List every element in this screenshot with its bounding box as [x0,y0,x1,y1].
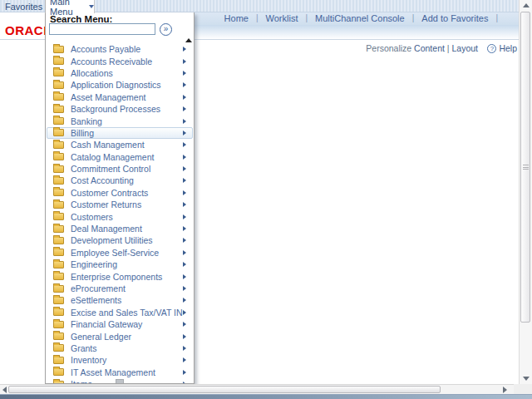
folder-icon [53,93,64,101]
menu-item-row[interactable]: Enterprise Components [47,270,193,282]
menu-item-row[interactable]: Financial Gateway [47,318,193,330]
chevron-right-icon [183,370,189,375]
menu-item-row[interactable]: Deal Management [47,223,193,234]
menu-item-label: Allocations [71,68,183,78]
chevron-right-icon [183,71,189,76]
menu-item-row[interactable]: eProcurement [47,283,193,294]
menu-item-label: IT Asset Management [71,367,183,377]
menu-item-label: eSettlements [71,295,183,305]
chevron-right-icon [183,119,189,124]
nav-link[interactable]: Worklist [266,13,298,23]
chevron-right-icon [183,334,189,339]
chevron-right-icon [183,59,189,64]
scrollbar-up-button[interactable] [520,0,532,11]
menu-item-row[interactable]: Background Processes [47,103,193,115]
menu-item-row[interactable]: Accounts Payable [47,43,193,55]
menu-item-label: Cash Management [71,140,183,150]
menu-search-input[interactable] [49,23,155,35]
menu-item-row[interactable]: Allocations [47,67,193,79]
folder-icon [53,321,64,328]
menu-item-row[interactable]: Employee Self-Service [47,247,193,259]
menu-item-row[interactable]: Catalog Management [47,151,193,163]
folder-icon [53,69,64,76]
menu-item-row[interactable]: Accounts Receivable [47,55,193,66]
menu-item-row[interactable]: Application Diagnostics [47,79,193,91]
folder-icon [53,249,64,256]
folder-icon [53,57,64,65]
nav-link-item: Add to Favorites | [421,13,505,23]
folder-icon [53,106,64,113]
menu-item-row[interactable]: Customers [47,210,193,222]
chevron-right-icon [183,155,189,160]
tab-main-menu[interactable]: Main Menu [45,0,95,13]
nav-divider: | [412,13,415,22]
scrollbar-down-button[interactable] [520,373,532,384]
menu-item-label: Engineering [71,259,183,269]
chevron-right-icon [183,142,189,147]
menu-item-row[interactable]: Development Utilities [47,234,193,246]
chevron-right-icon [183,310,189,315]
tab-favorites-label: Favorites [5,2,42,12]
horizontal-scrollbar[interactable] [0,384,514,394]
menu-item-row[interactable]: Cost Accounting [47,175,193,186]
menu-item-label: Catalog Management [71,152,183,162]
nav-link-item: MultiChannel Console | [315,13,421,23]
chevron-right-icon [183,250,189,255]
menu-scroll-up-icon[interactable] [185,35,192,42]
folder-icon [53,225,64,233]
menu-item-row[interactable]: Engineering [47,259,193,270]
chevron-right-icon [183,82,189,87]
menu-item-label: Deal Management [71,224,183,234]
menu-item-row[interactable]: Grants [47,342,193,354]
menu-item-label: Accounts Receivable [71,57,183,66]
menu-item-label: Customer Returns [71,200,183,209]
arrow-down-icon [523,377,530,384]
help-row: ? Help [487,43,517,53]
menu-item-row[interactable]: Excise and Sales Tax/VAT IND [47,307,193,318]
help-link[interactable]: Help [499,43,517,53]
menu-item-label: Commitment Control [71,164,183,174]
nav-link-item: Home | [224,13,266,23]
folder-icon [53,297,64,304]
menu-item-row[interactable]: Asset Management [47,91,193,103]
nav-link[interactable]: MultiChannel Console [315,13,405,23]
folder-icon [53,81,64,89]
menu-item-row[interactable]: eSettlements [47,294,193,306]
vertical-scrollbar[interactable] [519,0,532,384]
search-go-button[interactable]: » [160,23,172,36]
folder-icon [53,117,64,125]
personalize-content-link[interactable]: Content [414,43,445,53]
folder-icon [53,344,64,352]
top-nav-links: Home | Worklist | MultiChannel Console |… [195,11,505,25]
menu-item-label: Enterprise Components [71,272,183,282]
menu-item-label: Cost Accounting [71,175,183,185]
arrow-left-icon [0,387,7,393]
menu-item-row[interactable]: Customer Contracts [47,187,193,199]
menu-item-label: Asset Management [71,92,183,102]
menu-item-row[interactable]: Banking [47,115,193,126]
chevron-right-icon [183,238,189,243]
menu-item-row[interactable]: Billing [47,127,193,139]
nav-link[interactable]: Home [224,13,249,23]
menu-item-row[interactable]: IT Asset Management [47,367,193,378]
chevron-right-icon [183,286,189,291]
chevron-right-icon [183,178,189,183]
nav-link[interactable]: Add to Favorites [421,13,488,23]
menu-item-label: Grants [71,343,183,353]
menu-item-row[interactable]: Cash Management [47,139,193,150]
folder-icon [53,153,64,160]
folder-icon [53,308,64,316]
chevron-right-icon [183,166,189,171]
personalize-layout-link[interactable]: Layout [451,43,478,53]
menu-item-label: Background Processes [71,104,183,114]
chevron-right-icon [183,190,189,195]
menu-item-row[interactable]: General Ledger [47,330,193,342]
menu-item-row[interactable]: Inventory [47,354,193,366]
menu-item-label: Banking [71,116,183,126]
vertical-scrollbar-thumb[interactable] [520,12,530,323]
menu-item-label: Development Utilities [71,235,183,245]
menu-item-row[interactable]: Customer Returns [47,199,193,210]
horizontal-scrollbar-thumb[interactable] [8,386,441,393]
scrollbar-right-button[interactable] [499,385,510,394]
menu-item-row[interactable]: Commitment Control [47,163,193,175]
